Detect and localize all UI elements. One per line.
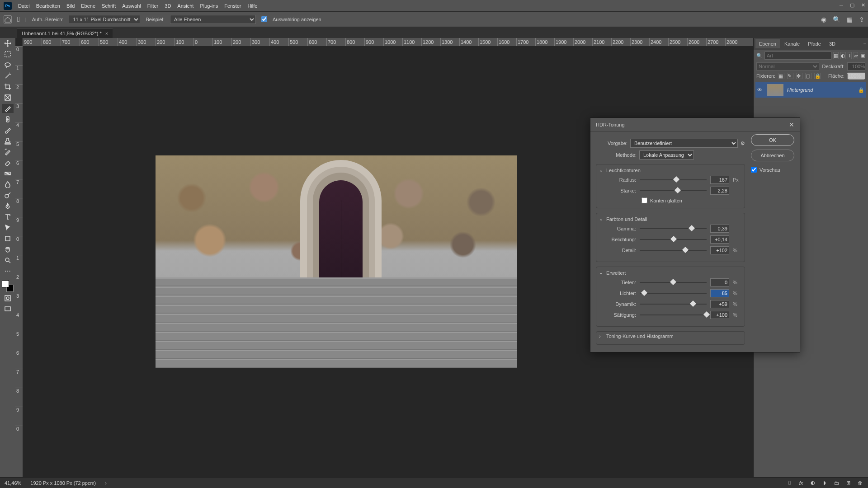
panel-menu-icon[interactable]: ≡ (863, 41, 866, 47)
quickmask-icon[interactable] (2, 294, 14, 303)
doc-info[interactable]: 1920 Px x 1080 Px (72 ppcm) (30, 480, 96, 486)
ok-button[interactable]: OK (751, 134, 794, 146)
trash-icon[interactable]: 🗑 (856, 479, 863, 487)
workspace-icon[interactable]: ▦ (847, 16, 853, 23)
visibility-icon[interactable]: 👁 (757, 87, 764, 93)
exposure-input[interactable] (710, 235, 729, 244)
lock-pixels-icon[interactable]: ▦ (778, 73, 784, 79)
vibrance-input[interactable] (710, 300, 729, 308)
menu-plugins[interactable]: Plug-ins (200, 3, 218, 9)
method-select[interactable]: Lokale Anpassung (639, 150, 694, 160)
preset-gear-icon[interactable]: ⚙ (741, 141, 745, 146)
cloud-docs-icon[interactable]: ◉ (821, 16, 826, 23)
menu-filter[interactable]: Filter (147, 3, 158, 9)
lasso-tool[interactable] (2, 61, 14, 70)
marquee-tool[interactable] (2, 50, 14, 59)
hand-tool[interactable] (2, 245, 14, 254)
eyedropper-icon[interactable]: 𓂃 (17, 15, 20, 23)
type-tool[interactable] (2, 212, 14, 221)
show-ring-checkbox[interactable] (261, 16, 267, 22)
zoom-level[interactable]: 41,46% (5, 480, 21, 486)
menu-ansicht[interactable]: Ansicht (177, 3, 193, 9)
eraser-tool[interactable] (2, 158, 14, 167)
doc-info-chevron-icon[interactable]: › (105, 480, 107, 486)
radius-slider[interactable] (640, 177, 707, 183)
blend-mode-select[interactable]: Normal (756, 62, 819, 70)
tab-kanaele[interactable]: Kanäle (781, 39, 803, 48)
screenmode-icon[interactable] (2, 305, 14, 314)
dodge-tool[interactable] (2, 191, 14, 200)
vibrance-slider[interactable] (640, 301, 707, 307)
maximize-icon[interactable]: ▢ (849, 2, 855, 8)
menu-bearbeiten[interactable]: Bearbeiten (36, 3, 60, 9)
heal-tool[interactable] (2, 115, 14, 124)
path-select-tool[interactable] (2, 223, 14, 232)
fx-icon[interactable]: fx (797, 479, 805, 487)
menu-fenster[interactable]: Fenster (224, 3, 241, 9)
group-icon[interactable]: 🗀 (833, 479, 840, 487)
lock-position-icon[interactable]: ✥ (796, 73, 802, 79)
wand-tool[interactable] (2, 71, 14, 80)
preset-select[interactable]: Benutzerdefiniert (630, 139, 738, 148)
blur-tool[interactable] (2, 180, 14, 189)
zoom-tool[interactable] (2, 256, 14, 265)
gamma-input[interactable] (710, 225, 729, 233)
layer-lock-icon[interactable]: 🔒 (858, 87, 864, 93)
smooth-edges-checkbox[interactable] (642, 197, 647, 203)
filter-shape-icon[interactable]: ▱ (854, 52, 858, 59)
menu-bild[interactable]: Bild (66, 3, 75, 9)
close-icon[interactable]: ✕ (860, 2, 866, 8)
filter-pixel-icon[interactable]: ▦ (833, 52, 839, 59)
tab-pfade[interactable]: Pfade (804, 39, 825, 48)
menu-ebene[interactable]: Ebene (81, 3, 95, 9)
shape-tool[interactable] (2, 234, 14, 243)
highlight-slider[interactable] (640, 290, 707, 296)
filter-type-icon[interactable]: T (848, 52, 852, 59)
edit-toolbar-icon[interactable]: ⋯ (2, 267, 14, 276)
layer-item[interactable]: 👁 Hintergrund 🔒 (755, 82, 866, 98)
document-tab[interactable]: Unbenannt-1 bei 41,5% (RGB/32*) * × (17, 28, 113, 38)
fill-input[interactable] (847, 72, 865, 80)
pen-tool[interactable] (2, 202, 14, 211)
detail-input[interactable] (710, 246, 729, 254)
lock-all-icon[interactable]: 🔒 (814, 73, 821, 79)
chevron-down-icon[interactable]: ⌄ (599, 216, 604, 222)
chevron-right-icon[interactable]: › (599, 333, 604, 339)
menu-3d[interactable]: 3D (165, 3, 171, 9)
menu-auswahl[interactable]: Auswahl (122, 3, 141, 9)
dialog-close-icon[interactable]: ✕ (789, 121, 794, 128)
exposure-slider[interactable] (640, 236, 707, 243)
layer-filter-input[interactable] (764, 52, 831, 60)
brush-tool[interactable] (2, 126, 14, 135)
saturation-slider[interactable] (640, 312, 707, 318)
tab-3d[interactable]: 3D (826, 39, 839, 48)
search-icon[interactable]: 🔍 (833, 16, 840, 23)
sample-size-select[interactable]: 11 x 11 Pixel Durchschnitt (69, 15, 140, 24)
chevron-down-icon[interactable]: ⌄ (599, 167, 604, 173)
tab-ebenen[interactable]: Ebenen (755, 39, 780, 48)
layer-name[interactable]: Hintergrund (787, 87, 813, 93)
layer-thumbnail[interactable] (767, 84, 783, 96)
menu-datei[interactable]: Datei (18, 3, 30, 9)
shadow-slider[interactable] (640, 279, 707, 286)
home-icon[interactable] (4, 15, 12, 23)
adjustment-icon[interactable]: ◗ (821, 479, 828, 487)
preview-checkbox[interactable] (751, 167, 757, 173)
frame-tool[interactable] (2, 93, 14, 102)
share-icon[interactable]: ⇪ (859, 16, 864, 23)
tab-close-icon[interactable]: × (105, 31, 108, 36)
menu-schrift[interactable]: Schrift (102, 3, 116, 9)
lock-artboard-icon[interactable]: ▢ (805, 73, 811, 79)
lock-paint-icon[interactable]: ✎ (787, 73, 793, 79)
radius-input[interactable] (710, 176, 729, 184)
gamma-slider[interactable] (640, 225, 707, 232)
filter-smart-icon[interactable]: ▣ (860, 52, 865, 59)
sample-layers-select[interactable]: Alle Ebenen (170, 15, 256, 24)
gradient-tool[interactable] (2, 169, 14, 178)
strength-slider[interactable] (640, 188, 707, 194)
new-layer-icon[interactable]: ⊞ (844, 479, 852, 487)
eyedropper-tool[interactable] (2, 104, 14, 113)
shadow-input[interactable] (710, 278, 729, 286)
highlight-input[interactable] (710, 289, 729, 297)
chevron-down-icon[interactable]: ⌄ (599, 270, 604, 276)
